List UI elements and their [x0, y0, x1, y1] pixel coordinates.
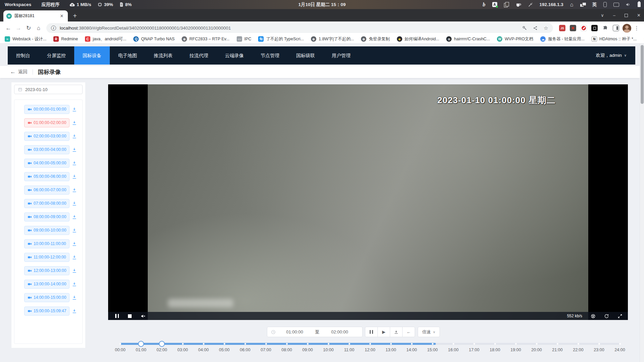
keyboard-language[interactable]: 英 [592, 2, 597, 8]
nav-tab-4[interactable]: 推流列表 [145, 46, 181, 65]
segment-download-button[interactable] [72, 188, 77, 193]
browser-tab[interactable]: w 国标28181 ✕ [3, 10, 68, 22]
new-tab-button[interactable]: + [70, 11, 80, 21]
segment-play-button[interactable]: 14:00:00-15:00:00 [24, 293, 70, 302]
nav-tab-9[interactable]: 用户管理 [323, 46, 359, 65]
segment-download-button[interactable] [72, 255, 77, 260]
segment-play-button[interactable]: 07:00:00-08:00:00 [24, 199, 70, 208]
back-arrow-icon[interactable]: ← [10, 69, 16, 75]
user-menu[interactable]: 欢迎，admin ∨ [596, 46, 627, 65]
segment-play-button[interactable]: 11:00:00-12:00:00 [24, 253, 70, 262]
bookmark-item[interactable]: 知了不起的 TypeScri... [258, 36, 304, 42]
segment-download-button[interactable] [72, 120, 77, 125]
window-minimize-button[interactable]: – [613, 13, 615, 18]
segment-play-button[interactable]: 10:00:00-11:00:00 [24, 239, 70, 248]
extension-blocker-icon[interactable] [581, 25, 587, 31]
extension-js-icon[interactable]: JS [559, 25, 565, 31]
nav-tab-8[interactable]: 国标级联 [288, 46, 323, 65]
bookmark-item[interactable]: ☁服务器 - 轻量应用... [540, 36, 585, 42]
segment-play-button[interactable]: 04:00:00-05:00:00 [24, 159, 70, 168]
volume-icon[interactable] [626, 2, 631, 7]
bookmark-star-icon[interactable]: ☆ [542, 24, 550, 33]
extension-box-icon[interactable] [570, 25, 576, 31]
timeline-handle[interactable] [138, 341, 144, 347]
speed-dropdown[interactable]: 倍速 ∨ [418, 327, 440, 337]
segment-download-button[interactable] [72, 161, 77, 166]
applications-button[interactable]: 应用程序 [41, 2, 59, 8]
extension-dark-icon[interactable] [591, 25, 598, 31]
back-button[interactable]: 返回 [18, 69, 28, 75]
site-info-icon[interactable]: i [51, 26, 56, 31]
segment-play-button[interactable]: 12:00:00-13:00:00 [24, 266, 70, 275]
clipboard-tray-icon[interactable] [504, 2, 509, 7]
segment-download-button[interactable] [72, 282, 77, 287]
nav-tab-5[interactable]: 拉流代理 [181, 46, 217, 65]
segment-play-button[interactable]: 08:00:00-09:00:00 [24, 212, 70, 222]
display-icon[interactable] [613, 3, 619, 7]
segment-download-button[interactable] [72, 147, 77, 152]
bing-tray-icon[interactable]: b [483, 2, 486, 8]
home-tray-icon[interactable]: ⌂ [570, 2, 573, 8]
bookmark-item[interactable]: ⊕免登录复制 [361, 36, 390, 42]
window-restore-button[interactable] [625, 14, 628, 17]
bookmark-item[interactable]: ⊕RFC2833 – RTP Ev... [182, 36, 230, 42]
player-fullscreen-icon[interactable] [617, 314, 623, 319]
segment-play-button[interactable]: 09:00:00-10:00:00 [24, 226, 70, 235]
date-picker-input[interactable]: 2023-01-10 [14, 85, 83, 94]
segment-download-button[interactable] [72, 268, 77, 273]
start-time-input[interactable]: 01:00:00 [276, 329, 314, 334]
segment-play-button[interactable]: 00:00:00-01:00:00 [24, 105, 70, 114]
window-close-button[interactable]: ✕ [637, 13, 641, 18]
translate-tray-icon[interactable]: A [492, 2, 497, 7]
segment-download-button[interactable] [72, 107, 77, 112]
download-button[interactable] [390, 327, 403, 337]
timeline-handle[interactable] [159, 341, 165, 347]
end-time-input[interactable]: 02:00:00 [321, 329, 359, 334]
share-icon[interactable] [531, 24, 540, 33]
pipette-tray-icon[interactable] [528, 2, 533, 7]
windows-tray-icon[interactable] [580, 2, 586, 7]
segment-download-button[interactable] [72, 295, 77, 300]
segment-play-button[interactable]: 06:00:00-07:00:00 [24, 186, 70, 195]
player-refresh-icon[interactable] [604, 314, 609, 319]
segment-play-button[interactable]: 05:00:00-06:00:00 [24, 172, 70, 181]
segment-play-button[interactable]: 02:00:00-03:00:00 [24, 132, 70, 141]
password-key-icon[interactable] [520, 24, 529, 33]
player-stop-icon[interactable] [128, 314, 132, 318]
segment-download-button[interactable] [72, 174, 77, 179]
timeline-track[interactable] [120, 343, 620, 345]
profile-avatar[interactable] [623, 24, 631, 33]
clock[interactable]: 1月10日 星期二 15：09 [298, 2, 346, 8]
ip-address[interactable]: 192.168.1.3 [540, 2, 563, 7]
nav-tab-1[interactable]: 分屏监控 [39, 46, 74, 65]
player-settings-icon[interactable] [591, 314, 596, 319]
side-panel-icon[interactable] [613, 25, 619, 31]
nav-tab-3[interactable]: 电子地图 [110, 46, 145, 65]
tab-close-icon[interactable]: ✕ [59, 13, 65, 19]
player-pause-icon[interactable] [115, 314, 119, 318]
page-scrollbar[interactable] [640, 44, 644, 362]
pause-button[interactable] [365, 327, 378, 337]
nav-tab-7[interactable]: 节点管理 [252, 46, 288, 65]
nav-tab-2[interactable]: 国标设备 [74, 46, 110, 65]
segment-download-button[interactable] [72, 241, 77, 246]
browser-reload-button[interactable]: ↻ [24, 23, 34, 33]
bookmark-item[interactable]: ▭IPC [237, 36, 251, 42]
segment-download-button[interactable] [72, 309, 77, 314]
bookmark-item[interactable]: QQNAP Turbo NAS [133, 36, 175, 42]
browser-forward-button[interactable]: → [13, 23, 24, 33]
video-player[interactable]: 2023-01-10 01:00:00 星期二 552 kb/s [108, 84, 628, 320]
bookmark-item[interactable]: RRedmine [53, 36, 78, 42]
segment-download-button[interactable] [72, 201, 77, 206]
play-button[interactable]: ▶ [377, 327, 390, 337]
bookmark-item[interactable]: NHDAtmos :: 种子 *... [592, 36, 637, 42]
nav-tab-0[interactable]: 控制台 [8, 46, 39, 65]
coffee-tray-icon[interactable] [516, 2, 521, 7]
bookmark-item[interactable]: ☻如何编译Android... [397, 36, 440, 42]
segment-download-button[interactable] [72, 134, 77, 139]
scrollbar-thumb[interactable] [641, 45, 644, 104]
tab-search-icon[interactable]: ∨ [601, 13, 604, 18]
segment-play-button[interactable]: 01:00:00-02:00:00 [24, 118, 70, 127]
nav-tab-6[interactable]: 云端录像 [217, 46, 252, 65]
browser-back-button[interactable]: ← [3, 23, 13, 33]
